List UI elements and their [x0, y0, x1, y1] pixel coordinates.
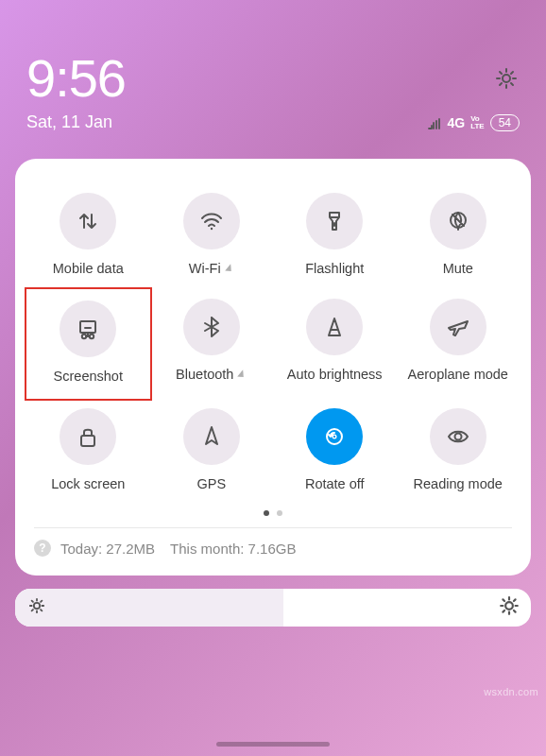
gps-icon[interactable]	[183, 408, 240, 465]
flashlight-icon[interactable]	[306, 193, 363, 249]
tile-label: Aeroplane mode	[408, 367, 508, 382]
chevron-down-icon	[225, 264, 234, 274]
tile-flashlight[interactable]: Flashlight	[273, 183, 397, 289]
tile-wifi[interactable]: Wi-Fi	[150, 183, 274, 289]
tile-gps[interactable]: GPS	[150, 399, 274, 505]
nav-handle[interactable]	[216, 742, 330, 747]
tile-mute[interactable]: Mute	[397, 183, 520, 289]
data-usage-month: This month: 7.16GB	[170, 541, 296, 557]
tile-label: GPS	[196, 476, 226, 491]
rotate-off-icon[interactable]	[306, 408, 363, 465]
tile-label: Screenshot	[54, 369, 123, 384]
brightness-low-icon	[28, 597, 47, 618]
tile-reading-mode[interactable]: Reading mode	[397, 399, 520, 505]
reading-mode-icon[interactable]	[430, 408, 486, 465]
mute-icon[interactable]	[430, 193, 486, 249]
data-usage-row[interactable]: ? Today: 27.2MB This month: 7.16GB	[26, 538, 520, 560]
chevron-down-icon	[238, 369, 247, 380]
tile-label: Mute	[443, 261, 473, 276]
page-indicator[interactable]	[26, 510, 520, 516]
tile-label: Wi-Fi	[189, 261, 234, 276]
screenshot-icon[interactable]	[60, 301, 116, 357]
network-type: 4G	[447, 115, 465, 130]
settings-button[interactable]	[493, 65, 520, 92]
mobile-data-icon[interactable]	[60, 193, 116, 249]
page-dot	[277, 510, 282, 516]
divider	[34, 527, 512, 528]
clock-time: 9:56	[26, 47, 126, 109]
bluetooth-icon[interactable]	[183, 299, 240, 355]
volte-indicator: Vo LTE	[470, 115, 485, 130]
page-dot	[264, 510, 269, 516]
aeroplane-mode-icon[interactable]	[430, 299, 486, 355]
quick-settings-grid: Mobile dataWi-FiFlashlightMuteScreenshot…	[26, 183, 520, 505]
tile-lock-screen[interactable]: Lock screen	[26, 399, 150, 505]
tile-bluetooth[interactable]: Bluetooth	[150, 289, 274, 399]
tile-label: Bluetooth	[176, 367, 247, 382]
tile-auto-brightness[interactable]: Auto brightness	[273, 289, 397, 399]
signal-icon	[426, 116, 441, 129]
status-bar: 9:56 Sat, 11 Jan 4G Vo LTE 54	[0, 0, 546, 142]
lock-screen-icon[interactable]	[60, 408, 116, 465]
status-date: Sat, 11 Jan	[26, 112, 112, 132]
tile-screenshot[interactable]: Screenshot	[25, 287, 152, 401]
watermark: wsxdn.com	[484, 686, 538, 697]
tile-aeroplane-mode[interactable]: Aeroplane mode	[397, 289, 520, 399]
brightness-fill	[15, 589, 283, 627]
brightness-slider[interactable]	[15, 589, 531, 627]
tile-label: Flashlight	[305, 261, 364, 276]
tile-label: Mobile data	[53, 261, 124, 276]
wifi-icon[interactable]	[183, 193, 240, 249]
quick-settings-panel: Mobile dataWi-FiFlashlightMuteScreenshot…	[15, 159, 531, 576]
battery-indicator: 54	[490, 114, 520, 131]
help-icon: ?	[34, 540, 51, 557]
tile-label: Lock screen	[51, 476, 125, 491]
status-indicators: 4G Vo LTE 54	[426, 114, 520, 131]
auto-brightness-icon[interactable]	[306, 299, 363, 355]
tile-rotate-off[interactable]: Rotate off	[273, 399, 397, 505]
tile-label: Rotate off	[305, 476, 365, 491]
tile-label: Auto brightness	[287, 367, 383, 382]
tile-mobile-data[interactable]: Mobile data	[26, 183, 150, 289]
brightness-high-icon	[499, 595, 518, 620]
data-usage-today: Today: 27.2MB	[60, 541, 155, 557]
tile-label: Reading mode	[414, 476, 503, 491]
